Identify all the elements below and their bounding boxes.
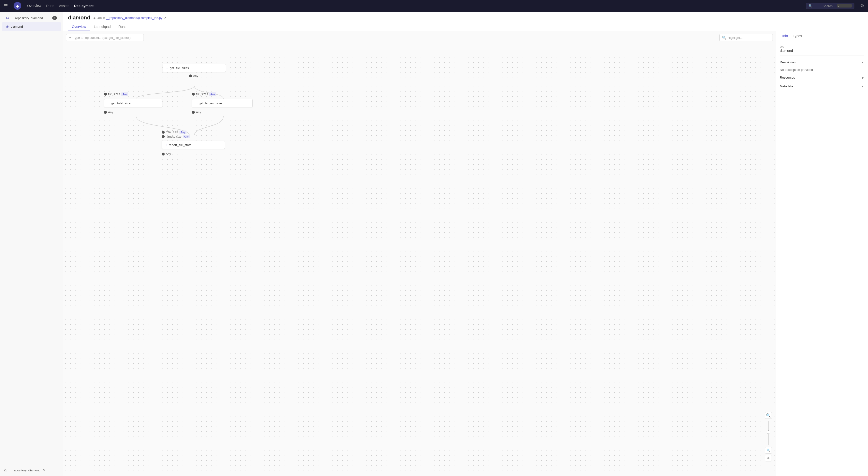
- highlight-placeholder: Highlight...: [727, 36, 742, 39]
- node-report-file-stats[interactable]: ⬦ report_file_stats: [162, 141, 225, 149]
- subtitle-link[interactable]: __repository_diamond@complex_job.py: [106, 16, 162, 20]
- resources-chevron-icon: ▶: [862, 76, 864, 79]
- port-dot: [192, 93, 195, 96]
- port-dot: [162, 131, 165, 134]
- zoom-out-button[interactable]: 🔍: [765, 447, 772, 454]
- port-dot: [162, 152, 165, 156]
- logo-icon: ◆: [16, 4, 19, 8]
- node-get-largest-size[interactable]: ⬦ get_largest_size: [192, 99, 253, 107]
- info-job-section: Job diamond: [780, 45, 864, 53]
- search-icon: 🔍: [808, 4, 820, 8]
- nav-deployment[interactable]: Deployment: [74, 4, 93, 8]
- nav-runs[interactable]: Runs: [46, 4, 54, 8]
- graph-toolbar: ✦ Type an op subset... (ex: get_file_siz…: [66, 34, 773, 41]
- right-tab-types[interactable]: Types: [790, 31, 804, 41]
- port-out-get-file-sizes: Any: [189, 74, 198, 78]
- metadata-label: Metadata: [780, 84, 793, 88]
- zoom-slider[interactable]: [768, 421, 769, 445]
- port-dot: [189, 74, 192, 77]
- port-dot: [192, 111, 195, 114]
- sidebar-repository-badge: 1: [52, 16, 57, 20]
- layout: 🗂 __repository_diamond 1 ◈ diamond 🗂 __r…: [0, 12, 868, 476]
- page-header: diamond ◈ Job in __repository_diamond@co…: [63, 12, 868, 31]
- port-out-report-file-stats: Any: [162, 152, 171, 156]
- port-out-get-total-size: Any: [104, 111, 113, 114]
- sidebar-item-repository[interactable]: 🗂 __repository_diamond 1: [2, 14, 61, 22]
- description-text: No description provided: [780, 66, 864, 73]
- node-icon-get-file-sizes: ⬦: [166, 66, 168, 70]
- port-label: file_sizes: [108, 93, 120, 96]
- port-label: total_size: [166, 131, 178, 134]
- info-job-value: diamond: [780, 49, 864, 53]
- subtitle-prefix: Job in: [97, 16, 105, 20]
- sidebar-item-diamond[interactable]: ◈ diamond: [2, 22, 61, 31]
- search-shortcut: /: [837, 4, 852, 7]
- port-dot: [104, 111, 107, 114]
- tab-runs[interactable]: Runs: [115, 23, 130, 31]
- tab-overview[interactable]: Overview: [68, 23, 90, 31]
- node-label-get-file-sizes: get_file_sizes: [170, 66, 189, 70]
- settings-icon[interactable]: ⚙: [860, 3, 864, 8]
- tab-launchpad[interactable]: Launchpad: [90, 23, 114, 31]
- port-in-total-size: total_size Any: [162, 131, 187, 134]
- port-label: Any: [108, 111, 113, 114]
- search-bar[interactable]: 🔍 Search... /: [806, 3, 855, 9]
- main: diamond ◈ Job in __repository_diamond@co…: [63, 12, 868, 476]
- right-tab-info[interactable]: Info: [780, 31, 790, 41]
- description-section[interactable]: Description ▼: [780, 58, 864, 66]
- metadata-chevron-icon: ▼: [861, 85, 864, 88]
- port-badge: Any: [121, 93, 128, 96]
- port-badge: Any: [183, 135, 190, 138]
- graph-area[interactable]: ✦ Type an op subset... (ex: get_file_siz…: [63, 31, 776, 476]
- sidebar-footer: 🗂 __repository_diamond ↻: [0, 466, 63, 474]
- footer-folder-icon: 🗂: [4, 468, 7, 472]
- page-subtitle: ◈ Job in __repository_diamond@complex_jo…: [93, 16, 166, 20]
- node-icon-get-total-size: ⬦: [107, 101, 110, 105]
- page-tabs: Overview Launchpad Runs: [68, 23, 863, 31]
- node-icon-report-file-stats: ⬦: [165, 143, 167, 147]
- port-out-get-largest-size: Any: [192, 111, 201, 114]
- node-label-get-largest-size: get_largest_size: [199, 101, 222, 105]
- page-title: diamond: [68, 14, 90, 21]
- op-subset-icon: ✦: [69, 36, 72, 39]
- port-label: largest_size: [166, 135, 181, 138]
- description-chevron-icon: ▼: [861, 61, 864, 64]
- zoom-fit-button[interactable]: ⊕: [765, 455, 772, 462]
- job-icon: ◈: [93, 16, 96, 20]
- zoom-handle[interactable]: [767, 431, 770, 434]
- info-job-label: Job: [780, 45, 864, 48]
- sidebar-repository-label: __repository_diamond: [12, 16, 50, 20]
- resources-section[interactable]: Resources ▶: [780, 73, 864, 82]
- dag-connections: [63, 45, 776, 476]
- node-label-report-file-stats: report_file_stats: [169, 143, 191, 147]
- node-get-file-sizes[interactable]: ⬦ get_file_sizes: [163, 64, 226, 72]
- sidebar-refresh-icon[interactable]: ↻: [42, 469, 45, 472]
- resources-label: Resources: [780, 76, 795, 79]
- port-badge: Any: [180, 131, 187, 134]
- sidebar-footer-label: __repository_diamond: [9, 469, 40, 472]
- hamburger-icon[interactable]: ☰: [4, 3, 8, 8]
- zoom-in-button[interactable]: 🔍: [765, 412, 772, 419]
- right-panel-content: Job diamond Description ▼ No description…: [776, 41, 868, 476]
- nav-assets[interactable]: Assets: [59, 4, 69, 8]
- metadata-section[interactable]: Metadata ▼: [780, 82, 864, 91]
- nav-overview[interactable]: Overview: [27, 4, 41, 8]
- topnav-links: Overview Runs Assets Deployment: [27, 4, 93, 8]
- diamond-icon: ◈: [6, 24, 9, 29]
- highlight-input[interactable]: 🔍 Highlight...: [719, 34, 773, 41]
- node-icon-get-largest-size: ⬦: [195, 101, 197, 105]
- topnav: ☰ ◆ Overview Runs Assets Deployment 🔍 Se…: [0, 0, 868, 12]
- node-get-total-size[interactable]: ⬦ get_total_size: [104, 99, 162, 107]
- port-in-get-total-size: file_sizes Any: [104, 93, 128, 96]
- op-subset-placeholder: Type an op subset... (ex: get_file_sizes…: [73, 36, 131, 39]
- highlight-search-icon: 🔍: [722, 36, 726, 39]
- search-placeholder: Search...: [823, 4, 835, 8]
- description-label: Description: [780, 60, 796, 64]
- port-dot: [162, 135, 165, 138]
- sidebar: 🗂 __repository_diamond 1 ◈ diamond 🗂 __r…: [0, 12, 63, 476]
- dag-canvas: ⬦ get_file_sizes Any file_sizes Any: [63, 45, 776, 476]
- port-in-largest-size: largest_size Any: [162, 135, 190, 138]
- external-link-icon[interactable]: ↗: [163, 16, 166, 20]
- op-subset-input[interactable]: ✦ Type an op subset... (ex: get_file_siz…: [66, 34, 144, 41]
- zoom-controls: 🔍 🔍 ⊕: [765, 412, 772, 462]
